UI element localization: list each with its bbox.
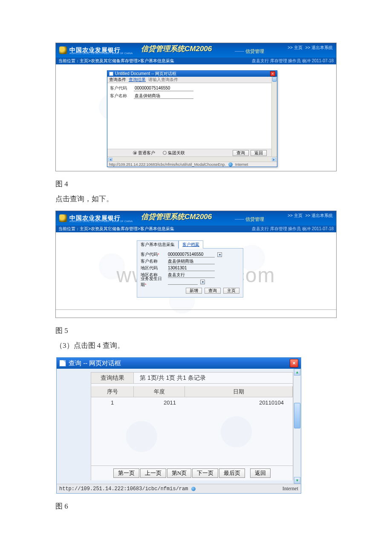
dropdown-icon[interactable]: ▾ bbox=[217, 252, 222, 257]
scroll-right-icon[interactable]: ► bbox=[272, 158, 276, 161]
query-modal: Untitled Document -- 网页对话框 × 查询条件 查询结果 请… bbox=[107, 70, 277, 167]
query-button[interactable]: 查询 bbox=[205, 288, 221, 294]
globe-icon bbox=[191, 487, 196, 491]
home-button[interactable]: 主页 bbox=[223, 288, 239, 294]
dialog-title: 查询 -- 网页对话框 bbox=[69, 359, 121, 367]
customer-form-panel: 客户基本信息采集 客户档案 客户代码* ▾ 客户名称 地区代码 bbox=[137, 240, 243, 298]
modal-toolbar: 查询条件 查询结果 请输入查询条件 bbox=[107, 77, 277, 83]
modal-vscrollbar[interactable] bbox=[271, 77, 277, 156]
label-biz-date: 业务发生日期* bbox=[141, 276, 165, 288]
title-dash: —— bbox=[235, 216, 244, 221]
last-page-button[interactable]: 最后页 bbox=[219, 468, 245, 478]
app-body: Untitled Document -- 网页对话框 × 查询条件 查询结果 请… bbox=[56, 64, 336, 171]
cell-no: 1 bbox=[91, 397, 134, 408]
title-dash: —— bbox=[235, 48, 244, 53]
modal-content: 客户代码 客户名称 bbox=[107, 83, 277, 149]
grid-header: 序号 年度 日期 bbox=[91, 386, 293, 397]
pagination-info: 第 1页/共 1页 共1 条记录 bbox=[134, 374, 206, 382]
cell-year: 2011 bbox=[134, 397, 185, 408]
input-area-code[interactable] bbox=[168, 266, 215, 271]
dialog-titlebar[interactable]: 查询 -- 网页对话框 × bbox=[57, 358, 301, 369]
col-no: 序号 bbox=[91, 386, 134, 397]
toolbar-hint: 请输入查询条件 bbox=[148, 77, 178, 83]
back-button[interactable]: 返回 bbox=[250, 468, 271, 478]
dropdown-icon[interactable]: ▾ bbox=[200, 280, 205, 284]
radio-row: 普通客户 集团关联 查询 返回 bbox=[107, 149, 277, 156]
app-title: 信贷管理系统CM2006 bbox=[141, 212, 212, 222]
modal-hscrollbar[interactable]: ◄ ► bbox=[107, 156, 277, 162]
pager: 第一页 上一页 第N页 下一页 最后页 返回 bbox=[91, 465, 293, 480]
modal-titlebar[interactable]: Untitled Document -- 网页对话框 × bbox=[107, 71, 277, 77]
tabs: 客户基本信息采集 客户档案 bbox=[137, 240, 243, 249]
input-customer-name[interactable] bbox=[168, 259, 215, 264]
app-body: www.bdocx.com 客户基本信息采集 客户档案 客户代码* ▾ 客户名称 bbox=[56, 232, 336, 318]
first-page-button[interactable]: 第一页 bbox=[113, 468, 139, 478]
add-button[interactable]: 新增 bbox=[186, 288, 202, 294]
input-customer-code[interactable] bbox=[168, 252, 215, 257]
status-zone: Internet bbox=[282, 486, 298, 492]
app-title: 信贷管理系统CM2006 bbox=[141, 44, 212, 54]
top-links: >> 主页 >> 退出本系统 bbox=[286, 45, 333, 51]
col-date: 日期 bbox=[185, 386, 293, 397]
dialog-statusbar: http://109.251.14.222:10683/icbc/nfmis/r… bbox=[57, 484, 301, 493]
table-row[interactable]: 1 2011 20110104 bbox=[91, 397, 293, 408]
caption-fig4: 图 4 bbox=[55, 179, 337, 189]
label-customer-code: 客户代码* bbox=[141, 251, 165, 257]
breadcrumb-bar: 当前位置：主页>农资及其它储备库存管理>客户基本信息采集 盘县支行 库存管理 操… bbox=[56, 58, 336, 64]
result-header: 查询结果 第 1页/共 1页 共1 条记录 bbox=[91, 373, 293, 384]
scroll-thumb[interactable] bbox=[272, 77, 277, 82]
top-links: >> 主页 >> 退出本系统 bbox=[286, 213, 333, 219]
close-icon[interactable]: × bbox=[290, 359, 298, 367]
input-customer-code[interactable] bbox=[134, 86, 193, 91]
toolbar-label: 查询条件 bbox=[109, 77, 126, 83]
app-window-fig4: 中国农业发展银行 AGRICULTURAL DEVELOPMENT BANK O… bbox=[55, 43, 337, 171]
tab-customer-archive[interactable]: 客户档案 bbox=[179, 240, 203, 249]
toolbar-link-results[interactable]: 查询结果 bbox=[129, 77, 146, 83]
modal-statusbar: http://109.251.14.222:10683/icbc/nfmis/k… bbox=[107, 162, 277, 167]
modal-title: Untitled Document -- 网页对话框 bbox=[115, 71, 176, 77]
bank-logo-icon bbox=[59, 214, 67, 222]
back-button[interactable]: 返回 bbox=[251, 150, 267, 156]
breadcrumb-bar: 当前位置：主页>农资及其它储备库存管理>客户基本信息采集 盘县支行 库存管理 操… bbox=[56, 225, 336, 232]
dialog-vscrollbar[interactable]: ▴ ▾ bbox=[293, 369, 301, 484]
input-customer-name[interactable] bbox=[134, 93, 193, 99]
label-customer-name: 客户名称 bbox=[141, 258, 165, 264]
tab-customer-basic[interactable]: 客户基本信息采集 bbox=[137, 240, 179, 249]
col-year: 年度 bbox=[134, 386, 185, 397]
panel-body: 客户代码* ▾ 客户名称 地区代码 地区名称 bbox=[137, 249, 243, 298]
tab-query-result[interactable]: 查询结果 bbox=[91, 373, 134, 383]
app-header: 中国农业发展银行 AGRICULTURAL DEVELOPMENT BANK O… bbox=[56, 43, 336, 58]
next-page-button[interactable]: 下一页 bbox=[192, 468, 218, 478]
label-area-code: 地区代码 bbox=[141, 265, 165, 271]
link-home[interactable]: >> 主页 bbox=[288, 45, 302, 50]
breadcrumb: 当前位置：主页>农资及其它储备库存管理>客户基本信息采集 bbox=[58, 226, 174, 232]
bank-subtitle: AGRICULTURAL DEVELOPMENT BANK OF CHINA bbox=[69, 52, 133, 55]
text-after-fig5: （3）点击图 4 查询。 bbox=[55, 341, 337, 350]
status-right: 盘县支行 库存管理 操作员 杨冲 2011-07-18 bbox=[252, 226, 334, 232]
link-logout[interactable]: >> 退出本系统 bbox=[306, 213, 333, 218]
input-biz-date[interactable] bbox=[168, 279, 198, 285]
scroll-down-icon[interactable]: ▾ bbox=[294, 477, 300, 484]
status-url: http://109.251.14.222:10683/icbc/nfmis/r… bbox=[59, 486, 188, 492]
app-subtitle: 信贷管理 bbox=[245, 48, 264, 55]
scroll-thumb[interactable] bbox=[294, 403, 300, 428]
status-right: 盘县支行 库存管理 操作员 杨冲 2011-07-18 bbox=[252, 58, 334, 64]
query-button[interactable]: 查询 bbox=[233, 150, 249, 156]
dialog-body: 查询结果 第 1页/共 1页 共1 条记录 序号 年度 日期 1 2011 20… bbox=[57, 369, 301, 484]
scroll-left-icon[interactable]: ◄ bbox=[108, 158, 112, 161]
text-after-fig4: 点击查询，如下。 bbox=[55, 194, 337, 204]
radio-group-relation[interactable]: 集团关联 bbox=[163, 150, 185, 156]
input-area-name[interactable] bbox=[168, 272, 215, 278]
radio-normal-customer[interactable]: 普通客户 bbox=[133, 150, 155, 156]
link-logout[interactable]: >> 退出本系统 bbox=[306, 45, 333, 50]
link-home[interactable]: >> 主页 bbox=[288, 213, 302, 218]
cell-date: 20110104 bbox=[185, 397, 293, 408]
label-customer-name: 客户名称 bbox=[110, 93, 130, 99]
globe-icon bbox=[228, 162, 233, 167]
close-icon[interactable]: × bbox=[270, 71, 275, 76]
scroll-up-icon[interactable]: ▴ bbox=[294, 369, 300, 376]
nth-page-button[interactable]: 第N页 bbox=[167, 468, 191, 478]
prev-page-button[interactable]: 上一页 bbox=[140, 468, 166, 478]
bank-logo-icon bbox=[59, 46, 67, 54]
document-icon bbox=[109, 72, 113, 76]
